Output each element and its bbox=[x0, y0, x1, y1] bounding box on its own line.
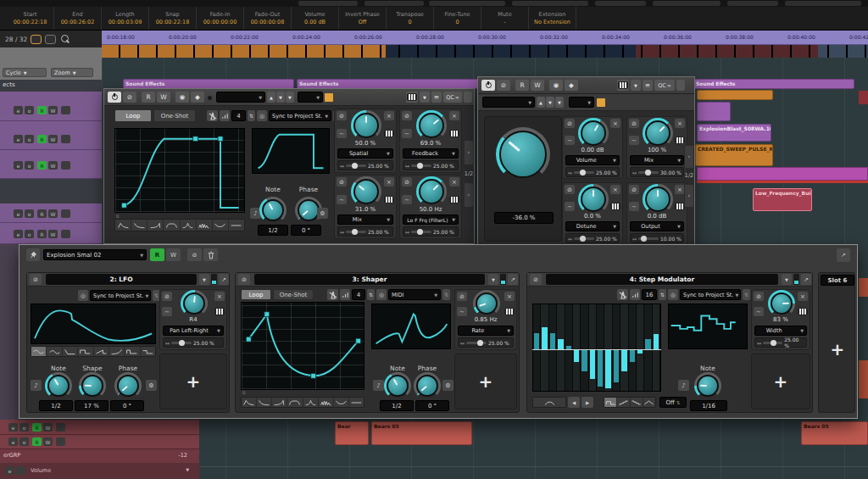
preset-select[interactable]: ▼ bbox=[482, 97, 535, 108]
monitor-button[interactable] bbox=[61, 135, 70, 143]
plugin-window-a[interactable]: ⊘ R W ◉ ◆ ▼ ▲ ▼ ▼ ▼ ▼ ≡ QC∞ Loop One-Sho… bbox=[103, 88, 475, 244]
step-bar[interactable] bbox=[630, 350, 635, 362]
one-shot-button[interactable]: One-Shot bbox=[273, 289, 314, 300]
track-row[interactable]: eoRW bbox=[0, 203, 102, 223]
shift-left-icon[interactable]: ◀ bbox=[568, 397, 580, 408]
step-lane[interactable] bbox=[557, 304, 565, 391]
read-button[interactable]: R bbox=[515, 80, 529, 91]
gear-icon[interactable]: ⚙ bbox=[317, 208, 328, 219]
step-bar[interactable] bbox=[598, 350, 603, 387]
edit-button[interactable]: e bbox=[14, 106, 23, 114]
power-button[interactable] bbox=[108, 92, 121, 103]
keyboard-icon[interactable] bbox=[214, 308, 225, 315]
sync-mode-icon[interactable]: ◎ bbox=[78, 290, 88, 301]
step-bar[interactable] bbox=[581, 350, 587, 371]
output-color-swatch[interactable] bbox=[597, 98, 605, 107]
shape-decay-icon[interactable] bbox=[257, 398, 272, 407]
slot-remove-button[interactable]: × bbox=[610, 185, 620, 194]
step-lane[interactable] bbox=[604, 304, 612, 391]
slot-remove-button[interactable]: × bbox=[798, 292, 808, 301]
write-button[interactable]: W bbox=[157, 92, 170, 103]
write-button[interactable]: W bbox=[48, 135, 58, 143]
output-select[interactable]: ▼ bbox=[569, 97, 594, 108]
shape-fall-icon[interactable] bbox=[63, 347, 78, 356]
keyboard-icon[interactable] bbox=[449, 130, 459, 137]
phase-value[interactable]: 0 ° bbox=[110, 400, 144, 411]
step-bar[interactable] bbox=[614, 350, 619, 382]
metronome-icon[interactable] bbox=[617, 289, 628, 300]
slot-bypass-button[interactable]: ⊘ bbox=[565, 119, 575, 128]
info-field[interactable]: Start00:00:22:18 bbox=[7, 7, 54, 30]
range-slider[interactable] bbox=[638, 237, 659, 240]
video-thumbnail-track[interactable] bbox=[102, 45, 868, 58]
read-button[interactable]: R bbox=[37, 230, 47, 238]
bars-value[interactable]: 4 bbox=[352, 289, 365, 300]
sync-select[interactable]: Sync to Project St.▼ bbox=[90, 290, 151, 301]
page-next-button[interactable]: › bbox=[684, 184, 694, 208]
note-value[interactable]: 1/2 bbox=[380, 400, 414, 411]
audio-clip[interactable]: ExplosionBlast_S08WA.108 bbox=[697, 124, 771, 142]
sync-mode-icon[interactable]: ◎ bbox=[668, 289, 678, 300]
range-slider[interactable] bbox=[574, 237, 594, 240]
phase-button[interactable] bbox=[16, 466, 25, 475]
preset-up-icon[interactable]: ▲ bbox=[537, 97, 545, 108]
slope-mode-select[interactable]: Off⇅ bbox=[659, 397, 687, 408]
shift-right-icon[interactable]: ▶ bbox=[581, 397, 593, 408]
step-lane[interactable] bbox=[589, 304, 597, 391]
slot-destination-select[interactable]: Feedback▼ bbox=[403, 148, 459, 159]
metronome-off-icon[interactable] bbox=[207, 110, 218, 121]
shape-multi-spike-icon[interactable] bbox=[319, 398, 334, 407]
slot-knob[interactable] bbox=[771, 292, 793, 315]
monitor-button[interactable] bbox=[61, 106, 70, 114]
track-row[interactable]: eoRW bbox=[0, 223, 102, 244]
curve-icon[interactable]: ~ bbox=[457, 307, 467, 316]
module-depth-slider[interactable] bbox=[211, 274, 217, 285]
curve-icon[interactable]: ~ bbox=[162, 307, 172, 316]
sync-select[interactable]: Sync to Project St.▼ bbox=[680, 289, 741, 300]
read-button[interactable]: R bbox=[32, 437, 42, 446]
step-ramp-down-icon[interactable] bbox=[631, 398, 643, 407]
step-bar[interactable] bbox=[645, 339, 650, 351]
step-flat-icon[interactable] bbox=[604, 398, 617, 407]
step-bar[interactable] bbox=[654, 334, 659, 350]
listen-button[interactable]: o bbox=[19, 437, 29, 446]
module-header[interactable]: ⊘ 3: Shaper ▼ ↗ bbox=[236, 273, 519, 287]
step-lane[interactable] bbox=[581, 304, 588, 391]
step-bar[interactable] bbox=[605, 350, 610, 388]
module-depth-slider[interactable] bbox=[793, 274, 799, 285]
shape-multi-spike-icon[interactable] bbox=[197, 220, 213, 231]
range-slider[interactable] bbox=[574, 171, 594, 174]
magnifier-icon[interactable] bbox=[59, 34, 70, 44]
pad-icon[interactable] bbox=[31, 35, 42, 44]
preset-down-icon[interactable]: ▼ bbox=[546, 97, 554, 108]
info-field[interactable]: ExtensionNo Extension bbox=[529, 7, 576, 30]
main-knob-value[interactable]: -36.0 % bbox=[494, 212, 554, 224]
slot-destination-select[interactable]: Output▼ bbox=[630, 221, 684, 231]
slot-bypass-button[interactable]: ⊘ bbox=[457, 292, 467, 301]
write-button[interactable]: W bbox=[43, 437, 53, 446]
range-slider[interactable] bbox=[411, 231, 431, 233]
output-color-swatch[interactable] bbox=[325, 93, 333, 102]
expand-icon[interactable]: ↗ bbox=[837, 248, 850, 262]
audio-clip[interactable]: Bear bbox=[335, 421, 369, 445]
page-prev-button[interactable]: ‹ bbox=[464, 140, 474, 165]
slot-bypass-button[interactable]: ⊘ bbox=[629, 185, 639, 194]
note-value[interactable]: 1/2 bbox=[258, 225, 288, 236]
slot-knob[interactable] bbox=[419, 179, 444, 204]
lightning-icon[interactable]: ↯ bbox=[743, 289, 750, 300]
keyboard-icon[interactable] bbox=[449, 196, 459, 203]
phase-knob[interactable] bbox=[416, 375, 438, 397]
audio-clip[interactable]: Bears 05 bbox=[801, 421, 868, 445]
slot-bypass-button[interactable]: ⊘ bbox=[565, 185, 575, 194]
track-row[interactable]: eoRW bbox=[0, 92, 102, 121]
steps-value[interactable]: 16 bbox=[642, 289, 657, 300]
pin-icon[interactable] bbox=[26, 248, 40, 261]
slot-destination-select[interactable]: Rate▼ bbox=[458, 326, 514, 336]
slot-knob[interactable] bbox=[645, 120, 670, 146]
preset-nav-button[interactable]: ◆ bbox=[565, 80, 578, 91]
monitor-button[interactable] bbox=[56, 423, 65, 432]
audio-clip[interactable]: Bears 05 bbox=[371, 421, 472, 445]
trash-icon[interactable] bbox=[203, 248, 218, 261]
step-lane[interactable] bbox=[597, 304, 604, 391]
step-lane[interactable] bbox=[573, 304, 581, 391]
